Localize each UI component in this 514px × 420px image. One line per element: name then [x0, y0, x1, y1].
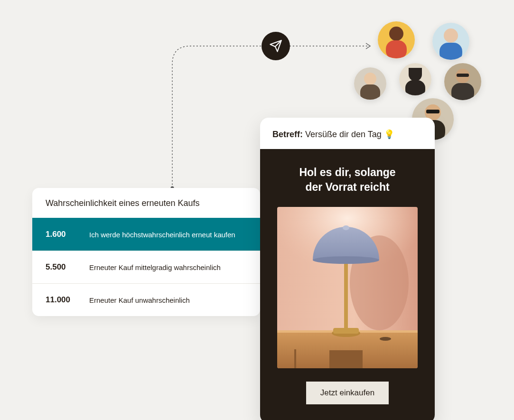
svg-point-5	[444, 28, 458, 43]
avatar	[354, 67, 386, 100]
svg-rect-26	[294, 349, 296, 368]
probability-count: 5.500	[46, 262, 74, 272]
shop-now-button[interactable]: Jetzt einkaufen	[306, 382, 389, 404]
send-icon	[262, 32, 290, 60]
probability-row[interactable]: 5.500 Erneuter Kauf mittelgradig wahrsch…	[32, 251, 260, 283]
probability-card: Wahrscheinlichkeit eines erneuten Kaufs …	[32, 188, 260, 316]
probability-label: Ich werde höchstwahrscheinlich erneut ka…	[89, 231, 235, 239]
probability-row[interactable]: 1.600 Ich werde höchstwahrscheinlich ern…	[32, 218, 260, 251]
probability-count: 11.000	[46, 295, 74, 305]
svg-point-8	[364, 73, 376, 85]
avatar	[378, 21, 415, 58]
svg-point-31	[313, 256, 379, 264]
avatar	[399, 63, 431, 95]
svg-rect-28	[344, 259, 348, 333]
subject-label: Betreff:	[272, 130, 303, 139]
svg-rect-19	[426, 110, 439, 113]
subject-text: Versüße dir den Tag 💡	[305, 130, 394, 139]
probability-count: 1.600	[46, 230, 74, 239]
avatar	[432, 23, 469, 60]
svg-rect-16	[451, 83, 474, 100]
email-card: Betreff: Versüße dir den Tag 💡 Hol es di…	[260, 118, 435, 420]
avatar	[444, 63, 481, 100]
svg-point-33	[380, 337, 391, 341]
svg-point-2	[389, 27, 403, 41]
email-headline: Hol es dir, solange der Vorrat reicht	[272, 165, 422, 195]
svg-rect-27	[329, 350, 363, 368]
svg-rect-15	[457, 74, 469, 77]
svg-rect-30	[333, 328, 359, 334]
probability-label: Erneuter Kauf mittelgradig wahrscheinlic…	[89, 263, 221, 271]
product-image	[277, 207, 418, 368]
probability-row[interactable]: 11.000 Erneuter Kauf unwahrscheinlich	[32, 283, 260, 316]
svg-rect-3	[386, 40, 407, 58]
svg-rect-9	[360, 84, 380, 100]
probability-label: Erneuter Kauf unwahrscheinlich	[89, 296, 190, 304]
probability-title: Wahrscheinlichkeit eines erneuten Kaufs	[32, 188, 260, 218]
svg-point-32	[343, 225, 349, 230]
svg-rect-6	[439, 43, 462, 60]
email-subject: Betreff: Versüße dir den Tag 💡	[260, 118, 435, 149]
svg-rect-12	[405, 80, 425, 95]
